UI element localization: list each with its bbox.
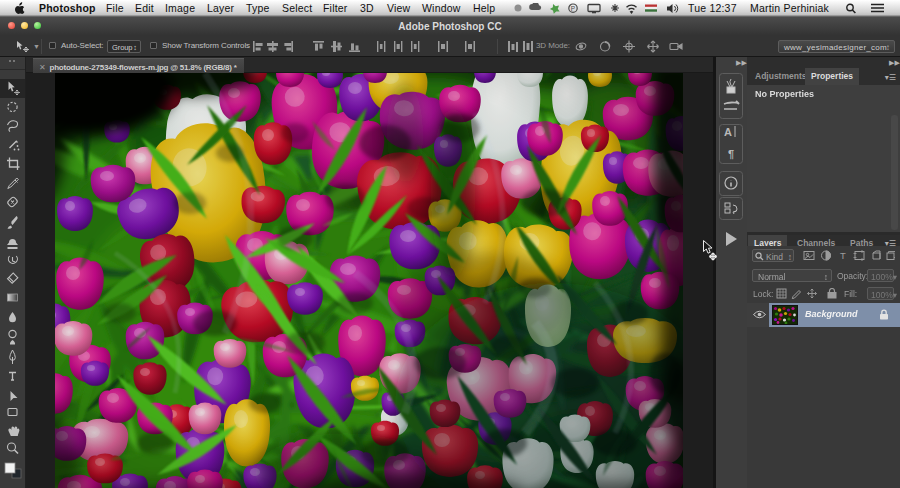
svg-text:¶: ¶ [728, 148, 734, 160]
svg-text:T: T [840, 250, 846, 261]
svg-text:A: A [724, 126, 732, 138]
svg-text:P: P [571, 5, 575, 12]
